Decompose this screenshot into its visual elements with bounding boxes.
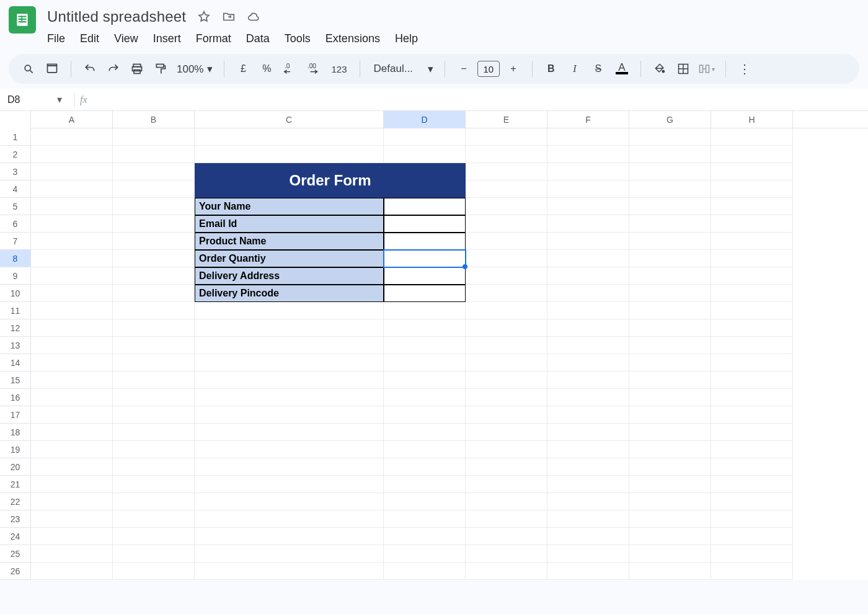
cell[interactable] xyxy=(711,337,793,354)
cell[interactable] xyxy=(384,563,466,580)
row-header[interactable]: 21 xyxy=(0,476,31,493)
cell[interactable] xyxy=(195,510,384,528)
name-box[interactable]: D8 ▾ xyxy=(0,94,69,105)
cell[interactable] xyxy=(31,146,113,163)
cell[interactable] xyxy=(113,128,195,146)
cell[interactable] xyxy=(466,198,547,215)
cell[interactable] xyxy=(31,510,113,528)
menu-edit[interactable]: Edit xyxy=(80,31,99,47)
cell[interactable] xyxy=(547,493,629,510)
cell[interactable] xyxy=(113,302,195,319)
cell[interactable] xyxy=(31,163,113,180)
cell[interactable] xyxy=(466,372,547,389)
merge-cells-button[interactable]: ▾ xyxy=(697,59,717,79)
row-header[interactable]: 18 xyxy=(0,424,31,441)
cell[interactable] xyxy=(466,233,547,250)
row-header[interactable]: 5 xyxy=(0,198,31,215)
cell[interactable] xyxy=(113,354,195,372)
cell[interactable] xyxy=(113,545,195,563)
menu-data[interactable]: Data xyxy=(246,31,270,47)
document-title[interactable]: Untitled spreadsheet xyxy=(47,8,186,25)
cell[interactable] xyxy=(384,493,466,510)
cell[interactable] xyxy=(31,319,113,337)
cell[interactable] xyxy=(711,510,793,528)
row-header[interactable]: 6 xyxy=(0,215,31,233)
cell[interactable] xyxy=(466,476,547,493)
currency-button[interactable]: £ xyxy=(233,59,253,79)
cell[interactable] xyxy=(466,493,547,510)
form-label[interactable]: Your Name xyxy=(195,198,384,215)
text-color-button[interactable]: A xyxy=(612,59,632,79)
cell[interactable] xyxy=(384,545,466,563)
cell[interactable] xyxy=(711,319,793,337)
cell[interactable] xyxy=(629,458,711,476)
cell[interactable] xyxy=(629,285,711,302)
cell[interactable] xyxy=(195,406,384,424)
cell[interactable] xyxy=(466,510,547,528)
cell[interactable] xyxy=(629,510,711,528)
menu-help[interactable]: Help xyxy=(395,31,418,47)
cell[interactable] xyxy=(113,528,195,545)
borders-button[interactable] xyxy=(673,59,693,79)
cloud-status-icon[interactable] xyxy=(247,10,260,24)
row-header[interactable]: 4 xyxy=(0,180,31,198)
cell[interactable] xyxy=(195,458,384,476)
cell[interactable] xyxy=(547,128,629,146)
undo-icon[interactable] xyxy=(80,59,100,79)
cell[interactable] xyxy=(113,493,195,510)
row-header[interactable]: 12 xyxy=(0,319,31,337)
cell[interactable] xyxy=(31,337,113,354)
cell[interactable] xyxy=(629,441,711,458)
form-label[interactable]: Delivery Pincode xyxy=(195,285,384,302)
cell[interactable] xyxy=(629,180,711,198)
menu-insert[interactable]: Insert xyxy=(153,31,181,47)
font-name-dropdown[interactable]: Defaul...▾ xyxy=(369,63,436,76)
more-icon[interactable]: ⋮ xyxy=(735,59,755,79)
cell[interactable] xyxy=(31,563,113,580)
cell[interactable] xyxy=(547,146,629,163)
cell[interactable] xyxy=(547,337,629,354)
cell[interactable] xyxy=(466,528,547,545)
menu-extensions[interactable]: Extensions xyxy=(326,31,380,47)
cell[interactable] xyxy=(31,180,113,198)
form-label[interactable]: Product Name xyxy=(195,233,384,250)
cell[interactable] xyxy=(711,476,793,493)
cell[interactable] xyxy=(547,233,629,250)
cell[interactable] xyxy=(195,319,384,337)
cell[interactable] xyxy=(547,302,629,319)
fill-color-button[interactable] xyxy=(650,59,670,79)
cell[interactable] xyxy=(384,146,466,163)
cell[interactable] xyxy=(31,528,113,545)
cell[interactable] xyxy=(31,406,113,424)
bold-button[interactable]: B xyxy=(541,59,561,79)
cell[interactable] xyxy=(629,302,711,319)
cell[interactable] xyxy=(384,389,466,406)
cell[interactable] xyxy=(547,215,629,233)
cell[interactable] xyxy=(711,128,793,146)
cell[interactable] xyxy=(711,389,793,406)
cell[interactable] xyxy=(711,458,793,476)
form-input[interactable] xyxy=(384,233,466,250)
cell[interactable] xyxy=(113,476,195,493)
form-input[interactable] xyxy=(384,285,466,302)
cell[interactable] xyxy=(384,424,466,441)
decrease-decimal-icon[interactable]: .0 xyxy=(280,59,300,79)
cell[interactable] xyxy=(195,354,384,372)
cell[interactable] xyxy=(195,563,384,580)
row-header[interactable]: 2 xyxy=(0,146,31,163)
cell[interactable] xyxy=(384,319,466,337)
cell[interactable] xyxy=(466,389,547,406)
cell[interactable] xyxy=(629,545,711,563)
cell[interactable] xyxy=(113,441,195,458)
cell[interactable] xyxy=(466,458,547,476)
cell[interactable] xyxy=(113,319,195,337)
cell[interactable] xyxy=(466,163,547,180)
cell[interactable] xyxy=(629,389,711,406)
cell[interactable] xyxy=(466,285,547,302)
form-input[interactable] xyxy=(384,198,466,215)
cell[interactable] xyxy=(31,128,113,146)
cell[interactable] xyxy=(31,372,113,389)
cell[interactable] xyxy=(629,267,711,285)
cell[interactable] xyxy=(31,458,113,476)
cell[interactable] xyxy=(31,545,113,563)
